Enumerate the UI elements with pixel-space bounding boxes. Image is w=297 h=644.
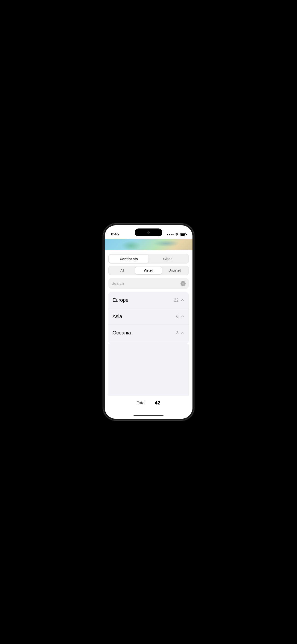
- continent-right: 3: [176, 330, 184, 335]
- tab-global[interactable]: Global: [148, 255, 188, 263]
- tab-continents[interactable]: Continents: [109, 255, 149, 263]
- continent-list: Europe 22 Asia 6 Oceania: [108, 292, 189, 344]
- tab-all[interactable]: All: [109, 266, 136, 274]
- continent-name: Oceania: [112, 330, 131, 336]
- continent-right: 22: [174, 298, 184, 303]
- continent-item[interactable]: Oceania 3: [108, 325, 189, 341]
- screen: 8:45: [105, 225, 192, 419]
- search-input[interactable]: [112, 281, 179, 286]
- continent-item[interactable]: Europe 22: [108, 292, 189, 308]
- status-time: 8:45: [111, 232, 119, 236]
- dynamic-island: [135, 228, 162, 236]
- chevron-up-icon: [180, 314, 185, 318]
- scrollable-area: Europe 22 Asia 6 Oceania: [108, 292, 189, 396]
- chevron-up-icon: [180, 298, 185, 302]
- chevron-up-icon: [180, 331, 185, 335]
- tab-visited[interactable]: Visted: [136, 266, 162, 274]
- primary-segment-control[interactable]: Continents Global: [108, 254, 189, 264]
- total-label: Total: [137, 400, 146, 406]
- footer: Total 42: [105, 396, 192, 412]
- secondary-segment-control[interactable]: All Visted Unvisted: [108, 266, 189, 275]
- home-bar: [134, 415, 164, 416]
- status-icons: [167, 233, 186, 236]
- continent-count: 22: [174, 298, 178, 303]
- continent-name: Asia: [112, 314, 122, 320]
- search-bar[interactable]: ✕: [108, 278, 189, 289]
- list-spacer: [108, 344, 189, 396]
- continent-count: 6: [176, 314, 178, 319]
- map-preview: [105, 239, 192, 250]
- signal-icon: [167, 234, 174, 236]
- continent-right: 6: [176, 314, 184, 319]
- continent-count: 3: [176, 330, 178, 335]
- tab-unvisited[interactable]: Unvisted: [162, 266, 188, 274]
- search-clear-button[interactable]: ✕: [180, 281, 186, 286]
- continent-item[interactable]: North America 9: [108, 341, 189, 344]
- continent-name: Europe: [112, 297, 128, 303]
- continent-item[interactable]: Asia 6: [108, 308, 189, 325]
- phone-frame: 8:45: [103, 224, 194, 420]
- home-indicator: [105, 412, 192, 419]
- camera-dot: [147, 231, 150, 234]
- main-content: Continents Global All Visted Unvisted ✕: [105, 250, 192, 396]
- total-value: 42: [155, 400, 160, 406]
- wifi-icon: [175, 233, 179, 236]
- battery-icon: [180, 233, 186, 236]
